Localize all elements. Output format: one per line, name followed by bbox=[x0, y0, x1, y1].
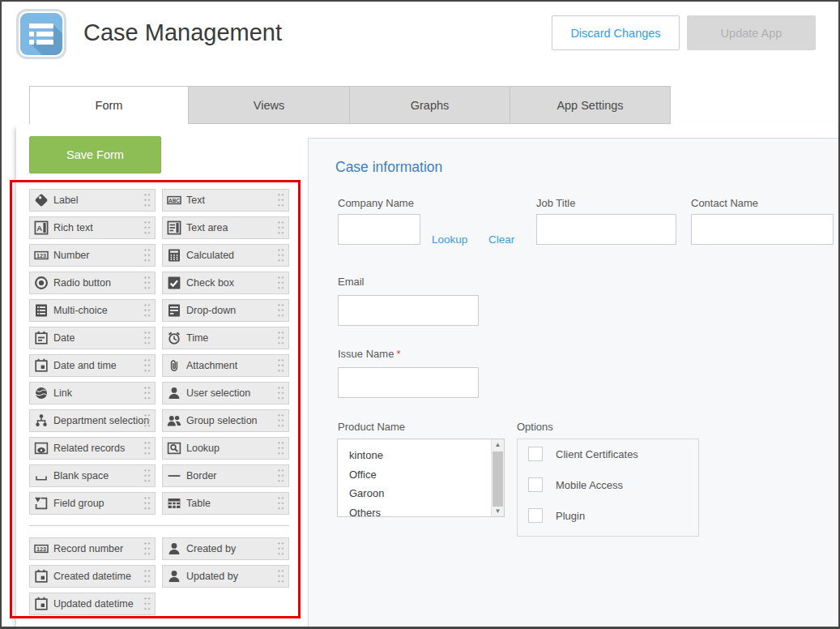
tab-form[interactable]: Form bbox=[29, 86, 189, 124]
drag-handle-icon[interactable] bbox=[144, 597, 151, 613]
palette-item-related-records[interactable]: Related records bbox=[29, 437, 156, 460]
drag-handle-icon[interactable] bbox=[144, 359, 151, 374]
drag-handle-icon[interactable] bbox=[144, 414, 151, 430]
palette-item-attachment[interactable]: Attachment bbox=[162, 354, 289, 377]
drag-handle-icon[interactable] bbox=[144, 387, 151, 402]
palette-item-label: Label bbox=[53, 195, 79, 206]
palette-item-text-area[interactable]: Text area bbox=[162, 216, 289, 239]
product-option-garoon[interactable]: Garoon bbox=[349, 484, 504, 503]
palette-item-user-selection[interactable]: User selection bbox=[162, 382, 289, 404]
drag-handle-icon[interactable] bbox=[278, 194, 285, 209]
palette-item-number[interactable]: 123Number bbox=[29, 244, 156, 267]
update-app-button[interactable]: Update App bbox=[687, 15, 816, 50]
palette-item-department-selection[interactable]: Department selection bbox=[29, 409, 156, 432]
palette-item-check-box[interactable]: Check box bbox=[162, 272, 289, 294]
tab-bar: Form Views Graphs App Settings bbox=[29, 86, 671, 124]
job-title-label: Job Title bbox=[536, 197, 575, 209]
drag-handle-icon[interactable] bbox=[278, 542, 285, 558]
list-icon bbox=[20, 13, 62, 55]
scroll-down-icon[interactable]: ▼ bbox=[492, 506, 504, 516]
palette-item-radio-button[interactable]: Radio button bbox=[29, 272, 156, 294]
drag-handle-icon[interactable] bbox=[278, 570, 285, 585]
palette-item-table[interactable]: Table bbox=[162, 492, 289, 515]
palette-item-created-by[interactable]: Created by bbox=[162, 537, 289, 560]
drag-handle-icon[interactable] bbox=[144, 276, 151, 292]
drag-handle-icon[interactable] bbox=[144, 469, 151, 485]
datetime-icon bbox=[34, 569, 49, 584]
scroll-up-icon[interactable]: ▲ bbox=[492, 439, 504, 450]
tab-views[interactable]: Views bbox=[188, 86, 350, 124]
palette-item-date[interactable]: Date bbox=[29, 327, 156, 349]
checkbox-mobile-access[interactable] bbox=[528, 477, 543, 492]
drag-handle-icon[interactable] bbox=[144, 221, 151, 237]
palette-item-rich-text[interactable]: ARich text bbox=[29, 216, 156, 239]
lookup-link[interactable]: Lookup bbox=[432, 233, 467, 246]
drag-handle-icon[interactable] bbox=[144, 332, 151, 347]
palette-item-field-group[interactable]: Field group bbox=[29, 492, 156, 515]
drag-handle-icon[interactable] bbox=[278, 359, 285, 374]
save-form-button[interactable]: Save Form bbox=[29, 136, 161, 173]
issue-name-input[interactable] bbox=[338, 367, 479, 398]
palette-item-multi-choice[interactable]: Multi-choice bbox=[29, 299, 156, 322]
drag-handle-icon[interactable] bbox=[144, 194, 151, 209]
palette-item-label: Group selection bbox=[186, 415, 258, 426]
drag-handle-icon[interactable] bbox=[144, 249, 151, 264]
clear-link[interactable]: Clear bbox=[488, 233, 514, 246]
contact-name-input[interactable] bbox=[691, 214, 834, 245]
palette-item-group-selection[interactable]: Group selection bbox=[162, 409, 289, 432]
drag-handle-icon[interactable] bbox=[278, 387, 285, 402]
palette-item-created-datetime[interactable]: Created datetime bbox=[29, 565, 156, 588]
drag-handle-icon[interactable] bbox=[278, 249, 285, 264]
drag-handle-icon[interactable] bbox=[278, 497, 285, 512]
palette-item-lookup[interactable]: Lookup bbox=[162, 437, 289, 460]
scrollbar-thumb[interactable] bbox=[492, 451, 503, 507]
palette-item-calculated[interactable]: Calculated bbox=[162, 244, 289, 267]
tab-graphs[interactable]: Graphs bbox=[349, 86, 510, 124]
product-option-others[interactable]: Others bbox=[349, 503, 504, 518]
listbox-scrollbar[interactable]: ▲ ▼ bbox=[491, 439, 504, 516]
drag-handle-icon[interactable] bbox=[144, 542, 151, 558]
palette-item-drop-down[interactable]: Drop-down bbox=[162, 299, 289, 322]
palette-item-time[interactable]: Time bbox=[162, 327, 289, 349]
drag-handle-icon[interactable] bbox=[144, 304, 151, 319]
product-name-label: Product Name bbox=[338, 421, 405, 433]
required-asterisk: * bbox=[396, 348, 400, 360]
svg-text:123: 123 bbox=[36, 252, 46, 259]
checkbox-client-certificates[interactable] bbox=[528, 447, 543, 461]
palette-item-label[interactable]: Label bbox=[29, 189, 156, 212]
palette-item-label: Text bbox=[186, 195, 205, 206]
palette-item-link[interactable]: Link bbox=[29, 382, 156, 404]
drag-handle-icon[interactable] bbox=[278, 304, 285, 319]
palette-item-updated-by[interactable]: Updated by bbox=[162, 565, 289, 588]
drag-handle-icon[interactable] bbox=[278, 332, 285, 347]
palette-item-text[interactable]: ABCText bbox=[162, 189, 289, 212]
palette-item-label: Text area bbox=[186, 222, 228, 233]
drag-handle-icon[interactable] bbox=[144, 442, 151, 457]
checkbox-plugin[interactable] bbox=[528, 508, 543, 523]
palette-item-date-and-time[interactable]: Date and time bbox=[29, 354, 156, 377]
drag-handle-icon[interactable] bbox=[144, 570, 151, 585]
drag-handle-icon[interactable] bbox=[278, 442, 285, 457]
drag-handle-icon[interactable] bbox=[278, 276, 285, 292]
palette-item-label: User selection bbox=[186, 387, 250, 399]
drag-handle-icon[interactable] bbox=[278, 414, 285, 430]
drag-handle-icon[interactable] bbox=[278, 221, 285, 237]
drag-handle-icon[interactable] bbox=[144, 497, 151, 512]
palette-item-record-number[interactable]: 123Record number bbox=[29, 537, 156, 560]
company-name-input[interactable] bbox=[338, 214, 420, 245]
palette-item-border[interactable]: Border bbox=[162, 464, 289, 487]
palette-item-updated-datetime[interactable]: Updated datetime bbox=[29, 593, 156, 615]
tab-app-settings[interactable]: App Settings bbox=[510, 86, 671, 124]
product-option-kintone[interactable]: kintone bbox=[349, 446, 504, 465]
palette-divider bbox=[29, 525, 289, 526]
blank-icon bbox=[34, 469, 49, 483]
drag-handle-icon[interactable] bbox=[278, 469, 285, 485]
checkbox-label: Plugin bbox=[556, 510, 585, 522]
discard-changes-button[interactable]: Discard Changes bbox=[552, 15, 680, 50]
email-input[interactable] bbox=[338, 295, 479, 326]
attachment-icon bbox=[167, 358, 181, 373]
product-name-listbox[interactable]: kintoneOfficeGaroonOthers ▲ ▼ bbox=[337, 439, 505, 517]
job-title-input[interactable] bbox=[536, 214, 676, 245]
palette-item-blank-space[interactable]: Blank space bbox=[29, 464, 156, 487]
product-option-office[interactable]: Office bbox=[349, 465, 504, 485]
